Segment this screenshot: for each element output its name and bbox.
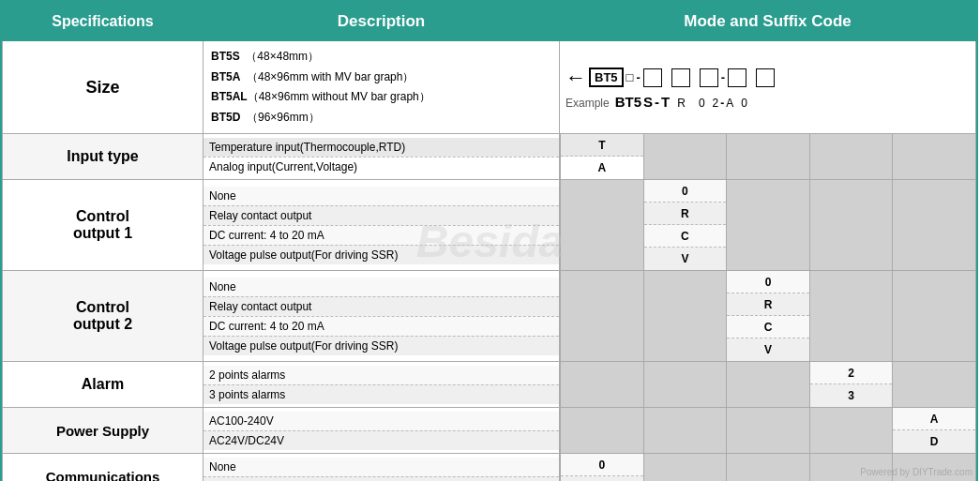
co2-code-C: C xyxy=(727,316,809,338)
input-analog-desc: Analog input(Current,Voltage) xyxy=(204,157,559,176)
communications-desc: None RS485(with Modbus master function) xyxy=(204,454,560,481)
co2-none-desc: None xyxy=(204,278,559,297)
box3 xyxy=(700,68,718,87)
comm-code-empty xyxy=(561,476,643,481)
input-type-row-2: Analog input(Current,Voltage) xyxy=(204,157,559,176)
ps-ac24-desc: AC24V/DC24V xyxy=(204,430,559,450)
input-temp-desc: Temperature input(Thermocouple,RTD) xyxy=(204,138,559,158)
dash-sep2: - xyxy=(721,70,725,84)
co2-code-V: V xyxy=(727,338,809,361)
co2-relay-desc: Relay contact output xyxy=(204,296,559,316)
main-table: Specifications Description Mode and Suff… xyxy=(0,0,978,481)
input-type-row: Input type Temperature input(Thermocoupl… xyxy=(3,134,976,180)
co2-code-0: 0 xyxy=(727,271,809,293)
co2-col-4 xyxy=(809,271,893,361)
input-type-label: Input type xyxy=(3,134,204,180)
example-s: S xyxy=(643,94,653,110)
alarm-codes: 2 3 xyxy=(560,362,976,408)
communications-label: Communications xyxy=(3,454,204,481)
co1-col-3 xyxy=(726,180,809,270)
alarm-col-3 xyxy=(726,362,809,407)
co1-code-0: 0 xyxy=(644,180,727,203)
size-label: Size xyxy=(3,41,204,134)
size-desc: BT5S （48×48mm） BT5A （48×96mm with MV bar… xyxy=(204,41,560,134)
input-col-2 xyxy=(643,134,727,179)
input-type-codes: T A xyxy=(560,134,976,180)
box4 xyxy=(728,68,746,87)
header-row: Specifications Description Mode and Suff… xyxy=(3,3,976,41)
control-output-1-label: Controloutput 1 xyxy=(3,180,204,271)
alarm-3-desc: 3 points alarms xyxy=(204,384,559,404)
size-mode-area: ← BT5 □ - - Example BT5 xyxy=(560,41,976,134)
comm-none-desc: None xyxy=(204,458,559,477)
communications-codes: 0 xyxy=(560,454,976,481)
header-mode: Mode and Suffix Code xyxy=(560,3,976,41)
power-supply-label: Power Supply xyxy=(3,408,204,454)
power-supply-desc: AC100-240V AC24V/DC24V xyxy=(204,408,560,454)
bt5-code-box: BT5 xyxy=(589,68,624,87)
box5 xyxy=(756,68,775,87)
alarm-col-4: 2 3 xyxy=(809,362,893,407)
alarm-col-2 xyxy=(643,362,727,407)
control-output-1-desc: None Relay contact output DC current: 4 … xyxy=(204,180,560,271)
ps-ac100-desc: AC100-240V xyxy=(204,412,559,431)
alarm-label: Alarm xyxy=(3,362,204,408)
ps-col-2 xyxy=(643,408,727,453)
co1-none-desc: None xyxy=(204,187,559,206)
power-supply-codes: A D xyxy=(560,408,976,454)
power-supply-row: Power Supply AC100-240V AC24V/DC24V A D xyxy=(3,408,976,454)
example-dash1: - xyxy=(655,94,659,110)
input-type-row-1: Temperature input(Thermocouple,RTD) xyxy=(204,138,559,158)
size-row: Size BT5S （48×48mm） BT5A （48×96mm with M… xyxy=(3,41,976,134)
co1-code-V: V xyxy=(644,248,727,270)
ps-col-5: A D xyxy=(892,408,975,453)
co1-dc-desc: DC current: 4 to 20 mA xyxy=(204,225,559,245)
input-col-3 xyxy=(726,134,809,179)
ps-col-1 xyxy=(560,408,643,453)
input-type-desc: Temperature input(Thermocouple,RTD) Anal… xyxy=(204,134,560,180)
comm-code-0: 0 xyxy=(561,454,643,476)
control-output-2-desc: None Relay contact output DC current: 4 … xyxy=(204,271,560,362)
code-A: A xyxy=(561,157,643,179)
example-bt5: BT5 xyxy=(615,94,641,110)
co2-col-1 xyxy=(560,271,643,361)
input-col-5 xyxy=(892,134,975,179)
example-T: T xyxy=(661,94,670,110)
dash-sep1: - xyxy=(636,70,640,84)
co1-col-4 xyxy=(809,180,893,270)
co2-col-5 xyxy=(892,271,975,361)
control-output-2-codes: 0 R C V xyxy=(560,271,976,362)
header-specifications: Specifications xyxy=(3,3,204,41)
box2 xyxy=(671,68,690,87)
code-T: T xyxy=(561,134,643,157)
alarm-row: Alarm 2 points alarms 3 points alarms 2 … xyxy=(3,362,976,408)
ps-col-3 xyxy=(726,408,809,453)
alarm-col-5 xyxy=(892,362,975,407)
alarm-col-1 xyxy=(560,362,643,407)
alarm-desc: 2 points alarms 3 points alarms xyxy=(204,362,560,408)
alarm-2-desc: 2 points alarms xyxy=(204,366,559,385)
co1-code-R: R xyxy=(644,203,727,225)
example-0: 0 xyxy=(699,97,705,110)
co1-col-5 xyxy=(892,180,975,270)
comm-col-1: 0 xyxy=(560,454,643,481)
co2-code-R: R xyxy=(727,293,809,316)
input-col-T: T A xyxy=(560,134,643,179)
example-label: Example xyxy=(565,97,610,110)
co2-voltage-desc: Voltage pulse output(For driving SSR) xyxy=(204,336,559,355)
comm-col-4 xyxy=(809,454,893,481)
example-0b: 0 xyxy=(741,97,747,110)
co2-col-2 xyxy=(643,271,727,361)
control-output-1-row: Controloutput 1 None Relay contact outpu… xyxy=(3,180,976,271)
control-output-1-codes: 0 R C V xyxy=(560,180,976,271)
example-2: 2 xyxy=(713,97,719,110)
co1-relay-desc: Relay contact output xyxy=(204,205,559,225)
communications-row: Communications None RS485(with Modbus ma… xyxy=(3,454,976,481)
example-dash2: - xyxy=(720,97,724,110)
example-A: A xyxy=(726,97,733,110)
comm-col-2 xyxy=(643,454,727,481)
header-description: Description xyxy=(204,3,560,41)
co1-code-C: C xyxy=(644,225,727,248)
co2-col-3: 0 R C V xyxy=(726,271,809,361)
co1-voltage-desc: Voltage pulse output(For driving SSR) xyxy=(204,245,559,264)
